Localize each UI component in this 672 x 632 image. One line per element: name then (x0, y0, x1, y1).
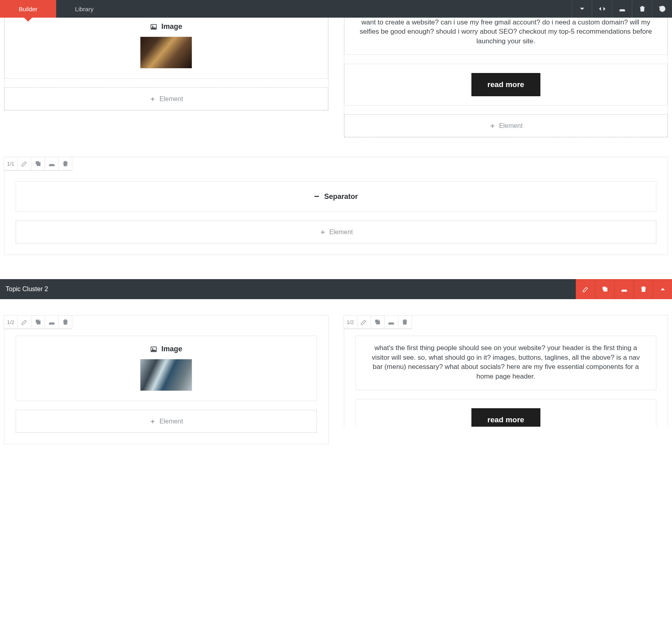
copy-icon (601, 286, 609, 293)
copy-button[interactable] (371, 315, 385, 329)
delete-col-button[interactable] (58, 315, 72, 329)
image-label: Image (161, 22, 182, 31)
builder-row: 1/2 (0, 315, 672, 444)
edit-button[interactable] (357, 315, 371, 329)
image-placeholder (140, 36, 192, 69)
pencil-icon (21, 318, 28, 326)
image-icon (150, 346, 157, 353)
plus-icon: ＋ (149, 417, 156, 426)
add-element-slot[interactable]: ＋ Element (16, 221, 656, 243)
column-width-label: 1/2 (4, 315, 18, 329)
text-element[interactable]: want to create a website? can i use my f… (344, 18, 668, 55)
read-more-button[interactable]: read more (471, 408, 540, 427)
plus-icon: ＋ (149, 94, 156, 103)
collapse-button[interactable] (572, 0, 592, 18)
image-placeholder (140, 359, 192, 391)
plus-icon: ＋ (319, 227, 326, 237)
column-right: want to create a website? can i use my f… (344, 18, 668, 138)
plus-icon: ＋ (489, 121, 496, 130)
builder-row: Image ＋ Element want to create a website… (0, 18, 672, 138)
add-element-label: Element (499, 122, 523, 130)
image-icon (150, 23, 157, 30)
column-width-label: 1/1 (4, 157, 18, 170)
element-image-block[interactable]: Image (16, 336, 317, 401)
pencil-icon (360, 318, 367, 326)
pencil-icon (582, 286, 589, 293)
edit-button[interactable] (17, 315, 31, 329)
svg-point-1 (152, 26, 153, 26)
section-collapse-button[interactable] (653, 279, 672, 299)
add-element-label: Element (159, 418, 183, 425)
save-icon (388, 318, 395, 326)
caret-down-icon (579, 5, 586, 12)
column-toolbar: 1/2 (344, 315, 412, 329)
trash-icon (639, 5, 646, 12)
history-button[interactable] (652, 0, 672, 18)
read-more-button[interactable]: read more (471, 73, 540, 96)
column-toolbar: 1/1 (4, 157, 72, 171)
image-label: Image (161, 345, 182, 353)
save-button[interactable] (612, 0, 632, 18)
minus-icon: − (314, 192, 319, 201)
text-element[interactable]: what's the first thing people should see… (355, 336, 657, 390)
button-element[interactable]: read more (355, 399, 657, 427)
section-copy-button[interactable] (595, 279, 614, 299)
save-col-button[interactable] (45, 315, 59, 329)
copy-icon (35, 160, 42, 167)
save-col-button[interactable] (384, 315, 398, 329)
delete-col-button[interactable] (58, 157, 72, 170)
column-left: Image ＋ Element (4, 18, 329, 111)
trash-icon (62, 318, 69, 326)
copy-button[interactable] (31, 157, 45, 170)
builder-row-full: 1/1 − Separator (0, 157, 672, 255)
save-icon (619, 5, 626, 12)
trash-icon (640, 286, 647, 293)
separator-element[interactable]: − Separator (16, 181, 656, 212)
section-title: Topic Cluster 2 (6, 286, 48, 293)
save-col-button[interactable] (45, 157, 59, 170)
section-delete-button[interactable] (633, 279, 653, 299)
copy-button[interactable] (31, 315, 45, 329)
column-width-label: 1/2 (343, 315, 357, 329)
column-left: 1/2 (4, 315, 329, 444)
add-element-slot[interactable]: ＋ Element (16, 410, 317, 433)
top-nav: Builder Library (0, 0, 672, 18)
code-button[interactable] (592, 0, 612, 18)
column-toolbar: 1/2 (4, 315, 72, 329)
section-save-button[interactable] (614, 279, 633, 299)
pencil-icon (21, 160, 28, 167)
tab-library[interactable]: Library (56, 0, 112, 18)
save-icon (621, 286, 628, 293)
add-element-label: Element (329, 229, 353, 236)
code-icon (599, 5, 606, 12)
svg-point-6 (152, 348, 153, 349)
element-image-block[interactable]: Image (4, 18, 328, 79)
separator-label: Separator (324, 192, 358, 201)
delete-col-button[interactable] (398, 315, 412, 329)
add-element-slot[interactable]: ＋ Element (344, 114, 668, 137)
section-edit-button[interactable] (576, 279, 595, 299)
save-icon (48, 160, 55, 167)
section-header[interactable]: Topic Cluster 2 (0, 279, 672, 299)
add-element-slot[interactable]: ＋ Element (4, 87, 328, 110)
copy-icon (374, 318, 381, 326)
button-element[interactable]: read more (344, 64, 668, 105)
add-element-label: Element (159, 95, 183, 103)
save-icon (48, 318, 55, 326)
edit-button[interactable] (17, 157, 31, 170)
history-icon (659, 5, 666, 12)
copy-icon (35, 318, 42, 326)
column-right: 1/2 (344, 315, 668, 427)
trash-icon (62, 160, 69, 167)
caret-up-icon (659, 286, 666, 293)
tab-builder[interactable]: Builder (0, 0, 56, 18)
trash-icon (401, 318, 408, 326)
trash-button[interactable] (632, 0, 652, 18)
